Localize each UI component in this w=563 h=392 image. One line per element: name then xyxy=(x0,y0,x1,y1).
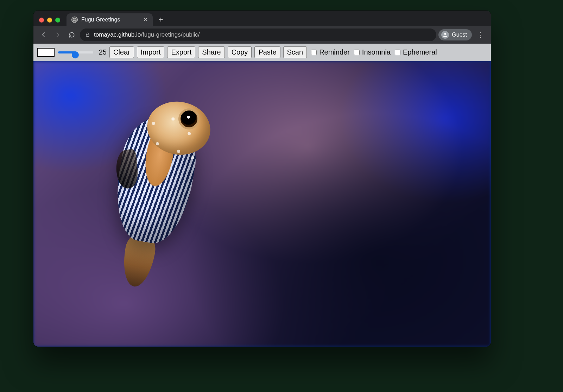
profile-label: Guest xyxy=(452,32,467,38)
brush-size-value: 25 xyxy=(97,48,107,56)
brush-size-slider[interactable] xyxy=(58,51,93,53)
back-button[interactable] xyxy=(38,29,50,41)
ephemeral-checkbox[interactable]: Ephemeral xyxy=(393,48,437,56)
close-tab-icon[interactable]: ✕ xyxy=(143,17,148,23)
insomnia-label: Insomnia xyxy=(362,48,391,56)
insomnia-checkbox-input[interactable] xyxy=(354,50,360,55)
profile-chip[interactable]: Guest xyxy=(438,29,472,40)
lock-icon xyxy=(85,32,90,38)
color-picker[interactable] xyxy=(37,48,55,57)
avatar-icon xyxy=(441,31,449,39)
ephemeral-checkbox-input[interactable] xyxy=(395,50,400,55)
svg-point-2 xyxy=(444,33,446,35)
window-maximize-button[interactable] xyxy=(55,18,60,23)
new-tab-button[interactable]: ＋ xyxy=(156,14,166,25)
drawing-canvas[interactable] xyxy=(33,61,491,347)
tab-strip: Fugu Greetings ✕ ＋ xyxy=(33,11,491,26)
forward-button[interactable] xyxy=(52,29,64,41)
reminder-label: Reminder xyxy=(319,48,350,56)
url-path: /fugu-greetings/public/ xyxy=(141,31,200,38)
url-host: tomayac.github.io xyxy=(94,31,141,38)
svg-rect-1 xyxy=(86,34,89,36)
reminder-checkbox[interactable]: Reminder xyxy=(310,48,350,56)
reload-button[interactable] xyxy=(66,29,78,41)
canvas-background-image xyxy=(33,61,491,347)
tab-title: Fugu Greetings xyxy=(81,17,140,23)
browser-tab[interactable]: Fugu Greetings ✕ xyxy=(67,13,153,26)
scan-button[interactable]: Scan xyxy=(283,46,307,58)
share-button[interactable]: Share xyxy=(198,46,224,58)
insomnia-checkbox[interactable]: Insomnia xyxy=(353,48,391,56)
clear-button[interactable]: Clear xyxy=(109,46,134,58)
browser-menu-button[interactable]: ⋮ xyxy=(474,31,487,39)
nav-bar: tomayac.github.io/fugu-greetings/public/… xyxy=(33,26,491,44)
globe-icon xyxy=(71,17,78,23)
app-toolbar: 25 Clear Import Export Share Copy Paste … xyxy=(33,44,491,61)
url-text: tomayac.github.io/fugu-greetings/public/ xyxy=(94,31,431,38)
window-controls xyxy=(39,18,60,23)
export-button[interactable]: Export xyxy=(167,46,195,58)
import-button[interactable]: Import xyxy=(137,46,165,58)
reminder-checkbox-input[interactable] xyxy=(311,50,317,55)
window-close-button[interactable] xyxy=(39,18,44,23)
ephemeral-label: Ephemeral xyxy=(403,48,437,56)
browser-window: Fugu Greetings ✕ ＋ tomayac.github.io/fug… xyxy=(33,11,491,347)
paste-button[interactable]: Paste xyxy=(254,46,280,58)
address-bar[interactable]: tomayac.github.io/fugu-greetings/public/ xyxy=(80,29,436,41)
window-minimize-button[interactable] xyxy=(47,18,52,23)
copy-button[interactable]: Copy xyxy=(228,46,252,58)
